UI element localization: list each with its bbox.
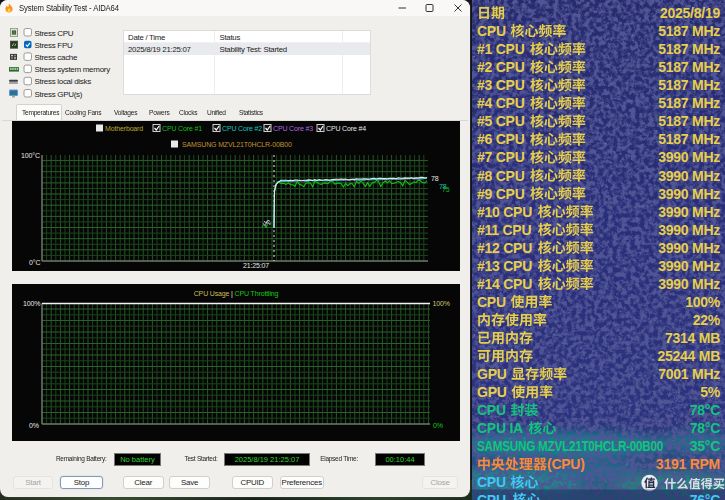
svg-text:75: 75 xyxy=(442,186,450,193)
svg-text:#11 CPU: #11 CPU xyxy=(477,222,531,238)
svg-text:5187 MHz: 5187 MHz xyxy=(658,95,720,111)
svg-text:#6 CPU: #6 CPU xyxy=(477,131,525,147)
svg-text:CPU: CPU xyxy=(477,294,506,310)
svg-text:78°C: 78°C xyxy=(690,402,720,418)
svg-text:5187 MHz: 5187 MHz xyxy=(658,41,720,57)
svg-text:3990 MHz: 3990 MHz xyxy=(658,186,720,202)
svg-text:GPU: GPU xyxy=(477,384,507,400)
svg-text:2025/8/19: 2025/8/19 xyxy=(660,5,720,21)
svg-text:78°C: 78°C xyxy=(690,420,720,436)
svg-text:100°C: 100°C xyxy=(21,152,40,159)
svg-text:5187 MHz: 5187 MHz xyxy=(658,59,720,75)
svg-text:#5 CPU: #5 CPU xyxy=(477,113,525,129)
svg-text:3990 MHz: 3990 MHz xyxy=(658,222,720,238)
svg-text:CPU: CPU xyxy=(477,474,506,490)
svg-text:3990 MHz: 3990 MHz xyxy=(658,204,720,220)
svg-text:5187 MHz: 5187 MHz xyxy=(658,23,720,39)
svg-text:100%: 100% xyxy=(23,300,40,307)
svg-text:CPU IA: CPU IA xyxy=(477,420,523,436)
svg-text:#13 CPU: #13 CPU xyxy=(477,258,532,274)
svg-text:3191 RPM: 3191 RPM xyxy=(656,456,720,472)
svg-text:76°C: 76°C xyxy=(690,492,720,500)
svg-text:GPU: GPU xyxy=(477,366,507,382)
svg-text:#7 CPU: #7 CPU xyxy=(477,149,525,165)
svg-text:78: 78 xyxy=(431,175,439,182)
svg-text:21:25:07: 21:25:07 xyxy=(243,262,269,269)
svg-text:#12 CPU: #12 CPU xyxy=(477,240,532,256)
svg-text:22%: 22% xyxy=(693,312,721,328)
svg-text:7001 MHz: 7001 MHz xyxy=(658,366,720,382)
svg-text:5%: 5% xyxy=(700,384,721,400)
svg-text:CPU Core #1: CPU Core #1 xyxy=(162,125,202,132)
svg-text:0°C: 0°C xyxy=(29,259,40,266)
svg-text:#4 CPU: #4 CPU xyxy=(477,95,525,111)
svg-text:CPU Core #3: CPU Core #3 xyxy=(273,125,313,132)
svg-text:#9 CPU: #9 CPU xyxy=(477,186,525,202)
svg-text:CPU Usage | CPU Throttling: CPU Usage | CPU Throttling xyxy=(194,290,279,298)
svg-text:CPU Core #4: CPU Core #4 xyxy=(326,125,366,132)
svg-text:0%: 0% xyxy=(433,422,443,429)
svg-text:5187 MHz: 5187 MHz xyxy=(658,77,720,93)
svg-text:5187 MHz: 5187 MHz xyxy=(658,113,720,129)
svg-text:#10 CPU: #10 CPU xyxy=(477,204,532,220)
svg-text:CPU: CPU xyxy=(477,492,506,500)
svg-text:5187 MHz: 5187 MHz xyxy=(658,131,720,147)
svg-text:#8 CPU: #8 CPU xyxy=(477,168,525,184)
svg-text:3990 MHz: 3990 MHz xyxy=(658,276,720,292)
svg-text:7314 MB: 7314 MB xyxy=(665,330,720,346)
svg-text:CPU: CPU xyxy=(477,23,506,39)
svg-text:SAMSUNG MZVL21T0HCLR-00B00: SAMSUNG MZVL21T0HCLR-00B00 xyxy=(182,141,292,148)
svg-text:100%: 100% xyxy=(685,294,721,310)
svg-text:35°C: 35°C xyxy=(690,438,720,454)
svg-text:3990 MHz: 3990 MHz xyxy=(658,240,720,256)
svg-text:100%: 100% xyxy=(433,300,450,307)
svg-text:3990 MHz: 3990 MHz xyxy=(658,168,720,184)
svg-text:CPU: CPU xyxy=(477,402,506,418)
svg-text:CPU Core #2: CPU Core #2 xyxy=(222,125,262,132)
svg-text:3990 MHz: 3990 MHz xyxy=(658,149,720,165)
svg-text:#3 CPU: #3 CPU xyxy=(477,77,525,93)
svg-text:#14 CPU: #14 CPU xyxy=(477,276,532,292)
svg-text:SAMSUNG MZVL21T0HCLR-00B00: SAMSUNG MZVL21T0HCLR-00B00 xyxy=(477,438,663,454)
svg-text:0%: 0% xyxy=(29,422,39,429)
svg-text:#1 CPU: #1 CPU xyxy=(477,41,525,57)
svg-text:Motherboard: Motherboard xyxy=(105,125,143,132)
svg-text:3990 MHz: 3990 MHz xyxy=(658,258,720,274)
svg-text:(CPU): (CPU) xyxy=(547,456,585,472)
svg-text:#2 CPU: #2 CPU xyxy=(477,59,525,75)
svg-text:25244 MB: 25244 MB xyxy=(657,348,720,364)
